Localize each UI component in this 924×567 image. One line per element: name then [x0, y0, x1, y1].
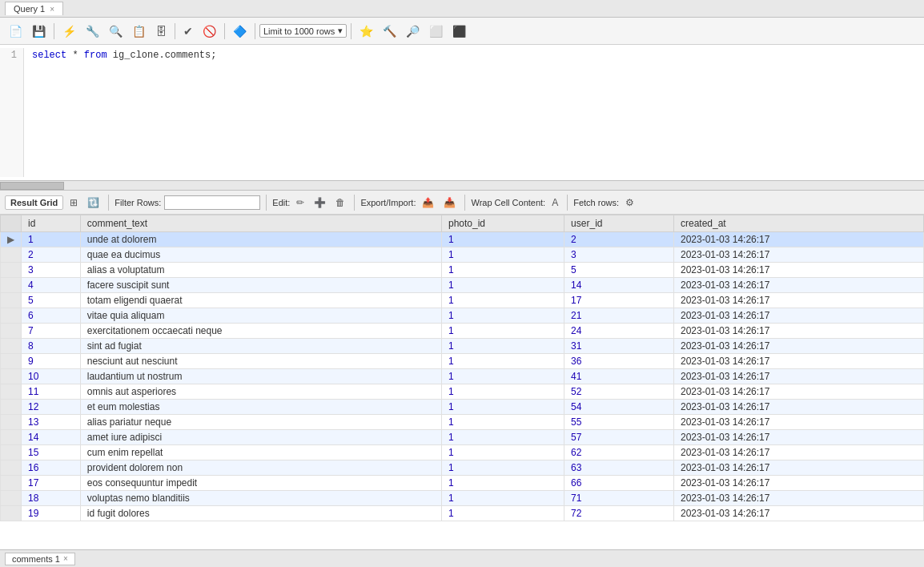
table-row[interactable]: 13alias pariatur neque1552023-01-03 14:2…	[1, 415, 924, 430]
editor-hscroll[interactable]	[0, 181, 924, 191]
table-row[interactable]: 16provident dolorem non1632023-01-03 14:…	[1, 460, 924, 476]
query-editor[interactable]: 1 select * from ig_clone.comments;	[0, 45, 924, 181]
filter-rows-label: Filter Rows:	[114, 198, 161, 207]
row-indicator-cell	[1, 400, 22, 415]
table-row[interactable]: 5totam eligendi quaerat1172023-01-03 14:…	[1, 293, 924, 308]
save-button[interactable]: 💾	[28, 22, 50, 40]
cell-photo-id: 1	[441, 247, 564, 263]
filter-rows-input[interactable]	[164, 195, 260, 210]
cell-photo-id: 1	[441, 430, 564, 445]
cell-photo-id: 1	[441, 324, 564, 339]
row-indicator-cell	[1, 324, 22, 339]
row-indicator-cell	[1, 491, 22, 506]
execute-current-button[interactable]: 🔧	[82, 22, 103, 40]
table-row[interactable]: ▶1unde at dolorem122023-01-03 14:26:17	[1, 232, 924, 247]
cell-id: 6	[22, 308, 81, 324]
table-row[interactable]: 10laudantium ut nostrum1412023-01-03 14:…	[1, 369, 924, 384]
wrap-button[interactable]: A	[548, 195, 561, 210]
format-button[interactable]: 🔨	[379, 22, 400, 40]
col-id[interactable]: id	[22, 215, 81, 232]
refresh-button[interactable]: 🔃	[84, 195, 102, 210]
table-row[interactable]: 19id fugit dolores1722023-01-03 14:26:17	[1, 506, 924, 521]
cell-photo-id: 1	[441, 476, 564, 491]
table-row[interactable]: 8sint ad fugiat1312023-01-03 14:26:17	[1, 339, 924, 354]
code-star: *	[72, 50, 83, 61]
table-row[interactable]: 12et eum molestias1542023-01-03 14:26:17	[1, 400, 924, 415]
search-db-button[interactable]: 🔎	[402, 22, 424, 40]
export-button[interactable]: 📤	[419, 195, 437, 210]
table-row[interactable]: 9nesciunt aut nesciunt1362023-01-03 14:2…	[1, 354, 924, 369]
cell-created-at: 2023-01-03 14:26:17	[674, 263, 924, 278]
col-user-id[interactable]: user_id	[564, 215, 674, 232]
bottom-tab-comments[interactable]: comments 1 ×	[5, 553, 75, 565]
active-schema-button[interactable]: 🔷	[229, 22, 251, 40]
col-created-at[interactable]: created_at	[674, 215, 924, 232]
cell-user-id: 57	[564, 430, 674, 445]
row-indicator-cell	[1, 247, 22, 263]
edit-add-button[interactable]: ➕	[311, 195, 329, 210]
cell-created-at: 2023-01-03 14:26:17	[674, 339, 924, 354]
cell-user-id: 52	[564, 384, 674, 400]
table-row[interactable]: 18voluptas nemo blanditiis1712023-01-03 …	[1, 491, 924, 506]
cell-id: 17	[22, 476, 81, 491]
fetch-rows-button[interactable]: ⚙	[622, 195, 637, 210]
import-button[interactable]: 📥	[440, 195, 459, 210]
hscroll-thumb[interactable]	[0, 182, 64, 190]
execute-script-button[interactable]: 📋	[128, 22, 150, 40]
query-tab[interactable]: Query 1 ×	[5, 2, 63, 15]
table-row[interactable]: 17eos consequuntur impedit1662023-01-03 …	[1, 476, 924, 491]
table-row[interactable]: 4facere suscipit sunt1142023-01-03 14:26…	[1, 278, 924, 293]
edit-pencil-button[interactable]: ✏	[293, 195, 307, 210]
table-row[interactable]: 3alias a voluptatum152023-01-03 14:26:17	[1, 263, 924, 278]
cell-photo-id: 1	[441, 506, 564, 521]
row-indicator-cell	[1, 369, 22, 384]
cell-created-at: 2023-01-03 14:26:17	[674, 476, 924, 491]
cell-created-at: 2023-01-03 14:26:17	[674, 308, 924, 324]
bottom-tab-close[interactable]: ×	[63, 554, 68, 563]
edit-delete-button[interactable]: 🗑	[332, 195, 348, 210]
row-indicator-cell	[1, 430, 22, 445]
cell-created-at: 2023-01-03 14:26:17	[674, 445, 924, 460]
cell-id: 4	[22, 278, 81, 293]
table-row[interactable]: 7exercitationem occaecati neque1242023-0…	[1, 324, 924, 339]
table-row[interactable]: 11omnis aut asperiores1522023-01-03 14:2…	[1, 384, 924, 400]
col-comment-text[interactable]: comment_text	[80, 215, 441, 232]
limit-rows-select[interactable]: Limit to 1000 rows ▾	[259, 24, 347, 38]
result-table-container[interactable]: id comment_text photo_id user_id created…	[0, 215, 924, 549]
query-tab-close[interactable]: ×	[50, 5, 54, 14]
bookmark-button[interactable]: ⭐	[356, 22, 377, 40]
cell-user-id: 55	[564, 415, 674, 430]
table-row[interactable]: 6vitae quia aliquam1212023-01-03 14:26:1…	[1, 308, 924, 324]
code-content[interactable]: select * from ig_clone.comments;	[24, 48, 924, 177]
stop-button[interactable]: 🚫	[199, 22, 220, 40]
title-bar: Query 1 ×	[0, 0, 924, 18]
cell-user-id: 5	[564, 263, 674, 278]
result-sep-2	[266, 195, 267, 211]
cell-photo-id: 1	[441, 445, 564, 460]
table-row[interactable]: 15cum enim repellat1622023-01-03 14:26:1…	[1, 445, 924, 460]
result-panel: Result Grid ⊞ 🔃 Filter Rows: Edit: ✏ ➕ 🗑…	[0, 191, 924, 549]
cell-photo-id: 1	[441, 354, 564, 369]
find-button[interactable]: 🔍	[105, 22, 127, 40]
cell-created-at: 2023-01-03 14:26:17	[674, 430, 924, 445]
cell-comment-text: et eum molestias	[80, 400, 441, 415]
execute-button[interactable]: ⚡	[58, 22, 80, 40]
cell-user-id: 31	[564, 339, 674, 354]
table-row[interactable]: 2quae ea ducimus132023-01-03 14:26:17	[1, 247, 924, 263]
cell-created-at: 2023-01-03 14:26:17	[674, 354, 924, 369]
toggle-grid-button[interactable]: ⬛	[448, 22, 470, 40]
cell-comment-text: cum enim repellat	[80, 445, 441, 460]
col-indicator	[1, 215, 22, 232]
cell-comment-text: totam eligendi quaerat	[80, 293, 441, 308]
db-button[interactable]: 🗄	[151, 22, 171, 40]
bottom-tab-bar: comments 1 ×	[0, 549, 924, 567]
table-row[interactable]: 14amet iure adipisci1572023-01-03 14:26:…	[1, 430, 924, 445]
col-photo-id[interactable]: photo_id	[441, 215, 564, 232]
tab-result-grid[interactable]: Result Grid	[5, 195, 63, 210]
grid-icon-button[interactable]: ⊞	[66, 195, 81, 210]
commit-button[interactable]: ✔	[179, 22, 197, 40]
new-file-button[interactable]: 📄	[5, 22, 26, 40]
cell-comment-text: omnis aut asperiores	[80, 384, 441, 400]
cell-user-id: 71	[564, 491, 674, 506]
toggle-output-button[interactable]: ⬜	[425, 22, 447, 40]
